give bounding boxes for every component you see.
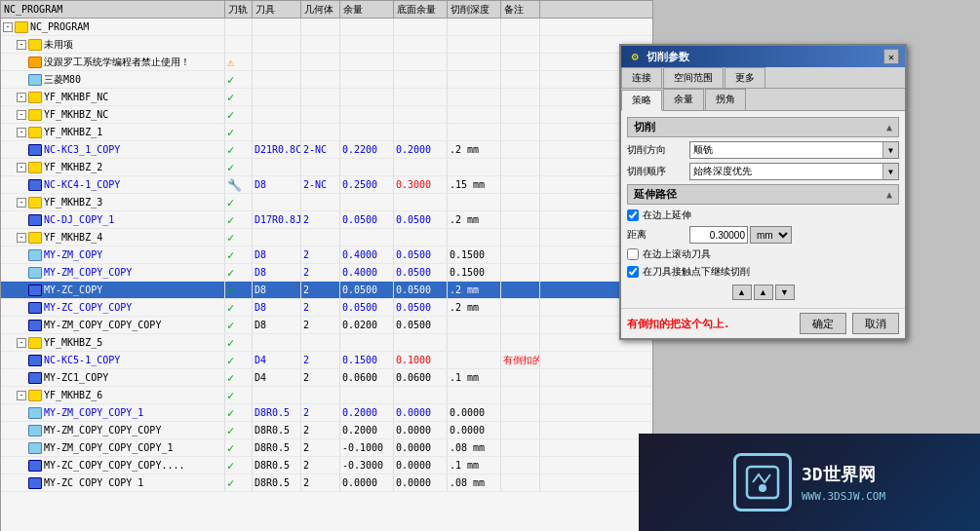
op-icon: [28, 302, 42, 314]
ok-button[interactable]: 确定: [800, 313, 846, 334]
row-yrem: 0.0500: [394, 282, 448, 298]
expand-btn[interactable]: -: [17, 163, 26, 172]
table-row[interactable]: -YF_MKHBF_NC ✓: [1, 89, 652, 106]
annotation-text: 有倒扣的把这个勾上.: [627, 317, 730, 331]
row-status: ✓: [225, 194, 253, 210]
move-up-button[interactable]: ▲: [732, 284, 752, 300]
table-row[interactable]: NC-DJ_COPY_1 ✓ D17R0.8J 2 0.0500 0.0500 …: [1, 211, 652, 229]
row-range: .2 mm: [448, 282, 501, 298]
row-xrem: 0.0500: [340, 211, 394, 228]
tab-bar-2: 策略 余量 拐角: [621, 89, 905, 111]
row-tool: D8R0.5: [253, 457, 301, 474]
op-icon: [28, 477, 42, 489]
expand-btn[interactable]: -: [17, 391, 26, 400]
row-type: 2: [301, 439, 340, 456]
table-row[interactable]: -YF_MKHBZ_6 ✓: [1, 387, 652, 404]
table-row[interactable]: -YF_MKHBZ_1 ✓: [1, 124, 652, 141]
tab-corner[interactable]: 拐角: [705, 89, 746, 110]
move-up2-button[interactable]: ▲: [754, 284, 773, 300]
row-yrem: 0.1000: [394, 352, 448, 368]
tab-margin[interactable]: 余量: [663, 89, 704, 110]
row-xrem: [340, 54, 394, 70]
folder-icon: [28, 39, 42, 51]
table-row[interactable]: MY-ZC1_COPY ✓ D4 2 0.0600 0.0600 .1 mm: [1, 369, 652, 387]
expand-btn[interactable]: -: [17, 93, 26, 102]
expand-btn[interactable]: -: [3, 22, 13, 32]
table-row[interactable]: -未用项: [1, 36, 652, 54]
row-status: ✓: [225, 334, 253, 351]
expand-btn[interactable]: -: [17, 128, 26, 137]
expand-btn[interactable]: -: [17, 233, 26, 243]
table-row[interactable]: MY-ZC_COPY_COPY_COPY.... ✓ D8R0.5 2 -0.3…: [1, 457, 652, 474]
row-label: MY-ZM_COPY_COPY: [44, 267, 132, 278]
table-row[interactable]: MY-ZC_COPY_COPY ✓ D8 2 0.0500 0.0500 .2 …: [1, 299, 652, 317]
cut-direction-label: 切削方向: [627, 143, 686, 157]
table-row[interactable]: -YF_MKHBZ_4 ✓: [1, 229, 652, 247]
table-row[interactable]: MY-ZM_COPY ✓ D8 2 0.4000 0.0500 0.1500: [1, 247, 652, 264]
table-row[interactable]: -YF_MKHBZ_NC ✓: [1, 106, 652, 124]
col-header-extra: 备注: [501, 1, 540, 18]
row-xrem: [340, 159, 394, 175]
table-row[interactable]: NC-KC3_1_COPY ✓ D21R0.8C 2-NC 0.2200 0.2…: [1, 141, 652, 159]
chevron-down-icon: ▼: [882, 142, 898, 158]
table-row[interactable]: MY-ZM_COPY_COPY_COPY ✓ D8 2 0.0200 0.050…: [1, 317, 652, 334]
tab-space[interactable]: 空间范围: [663, 67, 724, 88]
row-status: ✓: [225, 229, 253, 246]
table-row[interactable]: 三菱M80 ✓: [1, 71, 652, 89]
table-row[interactable]: MY-ZM_COPY_COPY_COPY ✓ D8R0.5 2 0.2000 0…: [1, 422, 652, 439]
col-header-name: NC_PROGRAM: [1, 1, 225, 18]
distance-input[interactable]: [689, 226, 748, 244]
watermark-url: WWW.3DSJW.COM: [802, 490, 885, 503]
cut-direction-select[interactable]: 顺铣 ▼: [689, 141, 899, 159]
folder-icon: [28, 232, 42, 244]
row-tool: [253, 229, 301, 246]
expand-btn[interactable]: -: [17, 198, 26, 208]
continue-checkbox-row: 在刀具接触点下继续切削: [627, 265, 899, 279]
cut-order-select[interactable]: 始终深度优先 ▼: [689, 163, 899, 180]
row-tool: D8: [253, 176, 301, 193]
rolling-checkbox[interactable]: [627, 248, 639, 260]
row-yrem: 0.2000: [394, 141, 448, 158]
row-range: .08 mm: [448, 439, 501, 456]
expand-btn[interactable]: -: [17, 338, 26, 348]
table-row[interactable]: MY-ZC_COPY ✓ D8 2 0.0500 0.0500 .2 mm: [1, 282, 652, 299]
row-xrem: 0.1500: [340, 352, 394, 368]
row-extra: [501, 71, 540, 88]
extend-checkbox[interactable]: [627, 209, 639, 221]
tab-connect[interactable]: 连接: [621, 67, 662, 88]
row-extra: [501, 457, 540, 474]
move-down-button[interactable]: ▼: [775, 284, 795, 300]
expand-btn[interactable]: -: [17, 40, 26, 50]
op-icon: [28, 425, 42, 436]
row-yrem: 0.0000: [394, 422, 448, 438]
row-extra: [501, 19, 540, 35]
cancel-button[interactable]: 取消: [852, 313, 899, 334]
table-row[interactable]: -NC_PROGRAM: [1, 19, 652, 36]
section-extend-label: 延伸路径: [634, 187, 677, 202]
table-row[interactable]: NC-KC5-1_COPY ✓ D4 2 0.1500 0.1000 有倒扣的把…: [1, 352, 652, 369]
col-header-type: 几何体: [301, 1, 340, 18]
row-range: .15 mm: [448, 176, 501, 193]
extend-label: 在边上延伸: [643, 209, 691, 222]
expand-btn[interactable]: -: [17, 110, 26, 120]
table-row[interactable]: -YF_MKHBZ_3 ✓: [1, 194, 652, 211]
distance-unit-select[interactable]: mm in: [750, 226, 792, 244]
table-row[interactable]: -YF_MKHBZ_2 ✓: [1, 159, 652, 176]
close-button[interactable]: ✕: [883, 49, 899, 64]
row-yrem: [394, 54, 448, 70]
row-yrem: [394, 334, 448, 351]
row-range: .08 mm: [448, 474, 501, 491]
table-row[interactable]: MY-ZC COPY COPY 1 ✓ D8R0.5 2 0.0000 0.00…: [1, 474, 652, 492]
table-row[interactable]: 没跟罗工系统学编程者禁止使用！ ⚠: [1, 54, 652, 71]
table-row[interactable]: MY-ZM_COPY_COPY ✓ D8 2 0.4000 0.0500 0.1…: [1, 264, 652, 282]
tab-more[interactable]: 更多: [725, 67, 765, 88]
table-row[interactable]: MY-ZM_COPY_COPY_1 ✓ D8R0.5 2 0.2000 0.00…: [1, 404, 652, 422]
row-xrem: [340, 194, 394, 210]
tab-strategy[interactable]: 策略: [621, 90, 662, 111]
row-tool: D8: [253, 299, 301, 316]
continue-checkbox[interactable]: [627, 266, 639, 278]
table-row[interactable]: -YF_MKHBZ_5 ✓: [1, 334, 652, 352]
table-row[interactable]: MY-ZM_COPY_COPY_COPY_1 ✓ D8R0.5 2 -0.100…: [1, 439, 652, 457]
op-icon: [28, 144, 42, 156]
table-row[interactable]: NC-KC4-1_COPY 🔧 D8 2-NC 0.2500 0.3000 .1…: [1, 176, 652, 194]
